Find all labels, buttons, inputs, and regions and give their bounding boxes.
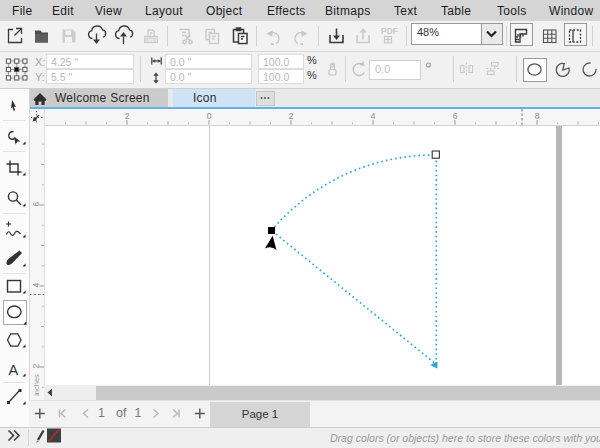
svg-text:PDF: PDF (381, 26, 398, 36)
svg-text:8: 8 (535, 111, 540, 121)
svg-text:4: 4 (371, 111, 376, 121)
svg-text:2: 2 (125, 111, 130, 121)
svg-text:0: 0 (207, 111, 212, 121)
svg-text:2: 2 (289, 111, 294, 121)
svg-text:2: 2 (31, 363, 41, 368)
svg-text:6: 6 (453, 111, 458, 121)
svg-text:A: A (9, 362, 19, 378)
svg-text:6: 6 (31, 201, 41, 206)
svg-text:inches: inches (32, 374, 41, 396)
svg-text:4: 4 (31, 282, 41, 287)
